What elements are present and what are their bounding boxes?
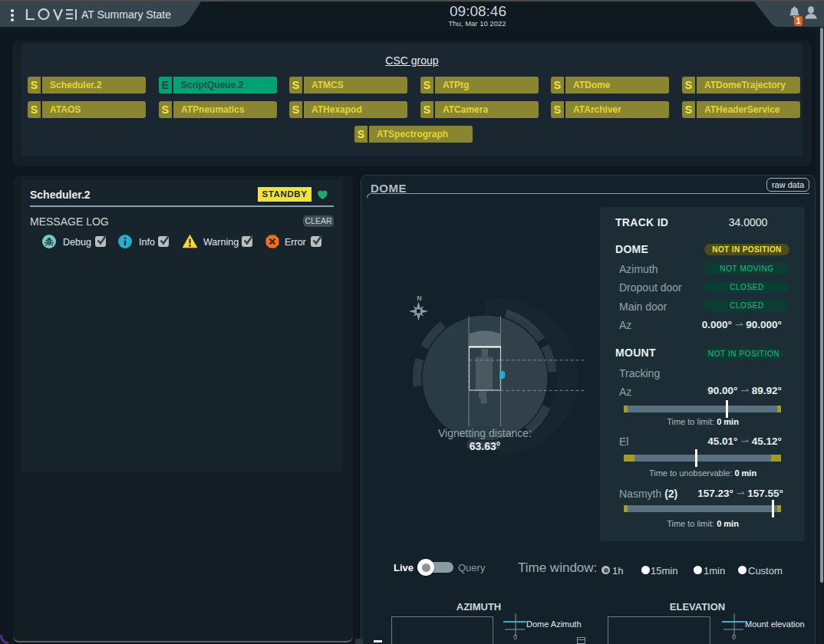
svg-text:63.63°: 63.63° [470, 440, 501, 452]
svg-text:0: 0 [732, 633, 736, 641]
svg-text:0: 0 [513, 633, 517, 641]
svg-text:N: N [417, 294, 422, 302]
svg-text:Vignetting distance:: Vignetting distance: [438, 427, 532, 439]
